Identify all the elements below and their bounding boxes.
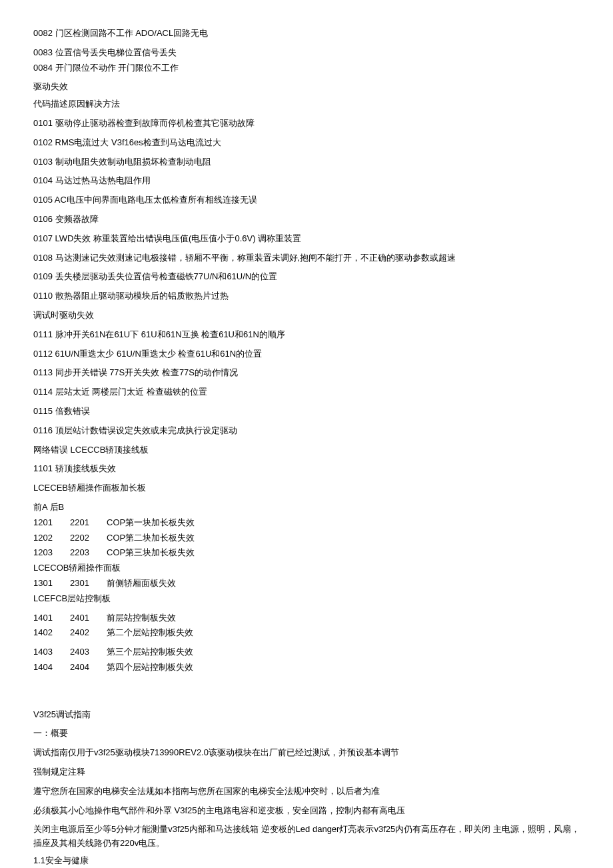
code-a: 1404 (33, 661, 70, 675)
text-line: 0103 制动电阻失效制动电阻损坏检查制动电阻 (33, 155, 580, 169)
text-line: 0083 位置信号丢失电梯位置信号丢失 (33, 46, 580, 60)
text-line: 0107 LWD失效 称重装置给出错误电压值(电压值小于0.6V) 调称重装置 (33, 232, 580, 246)
code-b: 2402 (70, 626, 107, 640)
text-line: 0110 散热器阻止驱动驱动模块后的铝质散热片过热 (33, 289, 580, 303)
code-b: 2202 (70, 531, 107, 545)
document-content: 0082 门区检测回路不工作 ADO/ACL回路无电0083 位置信号丢失电梯位… (33, 27, 580, 868)
table-row: 14012401前层站控制板失效 (33, 611, 580, 625)
text-line: 0113 同步开关错误 77S开关失效 检查77S的动作情况 (33, 366, 580, 380)
text-line: 0084 开门限位不动作 开门限位不工作 (33, 61, 580, 75)
code-a: 1202 (33, 531, 70, 545)
table-row: 14022402第二个层站控制板失效 (33, 626, 580, 640)
code-a: 1403 (33, 645, 70, 659)
text-line: 0102 RMS电流过大 V3f16es检查到马达电流过大 (33, 136, 580, 150)
description: COP第二块加长板失效 (107, 531, 580, 545)
text-line: 0104 马达过热马达热电阻作用 (33, 174, 580, 188)
description: COP第三块加长板失效 (107, 546, 580, 560)
code-a: 1402 (33, 626, 70, 640)
code-a: 1203 (33, 546, 70, 560)
text-line: 0116 顶层站计数错误设定失效或未完成执行设定驱动 (33, 424, 580, 438)
text-line: 一：概要 (33, 727, 580, 741)
text-line: 调试时驱动失效 (33, 309, 580, 323)
text-line: 0112 61U/N重迭太少 61U/N重迭太少 检查61U和61N的位置 (33, 347, 580, 361)
description: 前侧轿厢面板失效 (107, 577, 580, 591)
table-row: 13012301前侧轿厢面板失效 (33, 577, 580, 591)
text-line: 遵守您所在国家的电梯安全法规如本指南与您所在国家的电梯安全法规冲突时，以后者为准 (33, 785, 580, 799)
description: 前层站控制板失效 (107, 611, 580, 625)
text-line: 0111 脉冲开关61N在61U下 61U和61N互换 检查61U和61N的顺序 (33, 328, 580, 342)
text-line: LCEFCB层站控制板 (33, 592, 580, 606)
code-a: 1401 (33, 611, 70, 625)
text-line: 驱动失效 (33, 80, 580, 94)
description: 第四个层站控制板失效 (107, 661, 580, 675)
text-line: 0082 门区检测回路不工作 ADO/ACL回路无电 (33, 27, 580, 41)
code-a: 1201 (33, 516, 70, 530)
text-line: 调试指南仅用于v3f25驱动模块713990REV2.0该驱动模块在出厂前已经过… (33, 746, 580, 760)
text-line: 0109 丢失楼层驱动丢失位置信号检查磁铁77U/N和61U/N的位置 (33, 270, 580, 284)
code-b: 2301 (70, 577, 107, 591)
text-line: 必须极其小心地操作电气部件和外罩 V3f25的主电路电容和逆变板，安全回路，控制… (33, 804, 580, 818)
text-line: 1.1安全与健康 (33, 854, 580, 868)
table-row: 14032403第三个层站控制板失效 (33, 645, 580, 659)
text-line: LCECEB轿厢操作面板加长板 (33, 481, 580, 495)
text-line: 0108 马达测速记失效测速记电极接错，轿厢不平衡，称重装置未调好,抱闸不能打开… (33, 251, 580, 265)
code-b: 2401 (70, 611, 107, 625)
text-line: LCECOB轿厢操作面板 (33, 561, 580, 575)
code-b: 2203 (70, 546, 107, 560)
table-row: 12032203COP第三块加长板失效 (33, 546, 580, 560)
code-b: 2201 (70, 516, 107, 530)
text-line: 0106 变频器故障 (33, 213, 580, 227)
description: COP第一块加长板失效 (107, 516, 580, 530)
code-b: 2404 (70, 661, 107, 675)
text-line: 0114 层站太近 两楼层门太近 检查磁铁的位置 (33, 385, 580, 399)
text-line: 0101 驱动停止驱动器检查到故障而停机检查其它驱动故障 (33, 117, 580, 131)
table-row: 12022202COP第二块加长板失效 (33, 531, 580, 545)
code-b: 2403 (70, 645, 107, 659)
code-a: 1301 (33, 577, 70, 591)
table-row: 14042404第四个层站控制板失效 (33, 661, 580, 675)
text-line: 代码描述原因解决方法 (33, 97, 580, 111)
description: 第三个层站控制板失效 (107, 645, 580, 659)
text-line: 关闭主电源后至少等5分钟才能测量v3f25内部和马达接线箱 逆变板的Led da… (33, 823, 580, 851)
table-row: 12012201COP第一块加长板失效 (33, 516, 580, 530)
text-line: 1101 轿顶接线板失效 (33, 462, 580, 476)
text-line: 0115 倍数错误 (33, 405, 580, 419)
text-line: 网络错误 LCECCB轿顶接线板 (33, 443, 580, 457)
text-line: 0105 AC电压中间界面电路电压太低检查所有相线连接无误 (33, 193, 580, 207)
text-line: 前A 后B (33, 501, 580, 515)
description: 第二个层站控制板失效 (107, 626, 580, 640)
text-line: 强制规定注释 (33, 765, 580, 779)
text-line: V3f25调试指南 (33, 708, 580, 722)
